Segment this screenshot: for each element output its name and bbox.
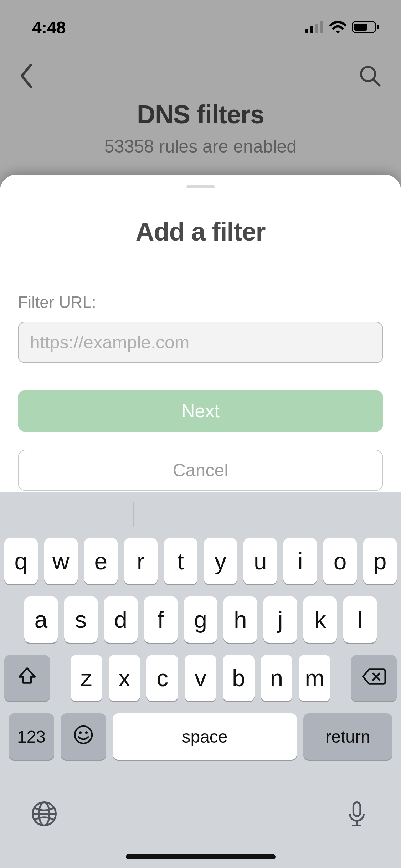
key-c[interactable]: c [146, 655, 178, 701]
backspace-icon [362, 665, 386, 692]
globe-icon[interactable] [30, 800, 58, 829]
key-h[interactable]: h [223, 596, 257, 643]
space-key[interactable]: space [113, 713, 297, 760]
key-s[interactable]: s [64, 596, 98, 643]
shift-icon [17, 665, 37, 692]
key-v[interactable]: v [185, 655, 216, 701]
keyboard: q w e r t y u i o p a s d f g h j k l [0, 492, 401, 868]
key-n[interactable]: n [261, 655, 293, 701]
suggestion-slot[interactable] [0, 492, 134, 538]
svg-rect-17 [353, 802, 360, 816]
backspace-key[interactable] [351, 655, 397, 701]
sheet-title: Add a filter [18, 217, 383, 246]
key-a[interactable]: a [24, 596, 58, 643]
return-key[interactable]: return [303, 713, 392, 760]
shift-key[interactable] [4, 655, 50, 701]
key-i[interactable]: i [283, 538, 317, 584]
key-j[interactable]: j [263, 596, 297, 643]
key-l[interactable]: l [343, 596, 377, 643]
svg-point-12 [79, 731, 82, 734]
next-button[interactable]: Next [18, 390, 383, 432]
mic-icon[interactable] [343, 800, 371, 829]
key-row-2: a s d f g h j k l [4, 596, 397, 643]
key-k[interactable]: k [303, 596, 337, 643]
key-d[interactable]: d [104, 596, 138, 643]
key-e[interactable]: e [84, 538, 118, 584]
key-row-1: q w e r t y u i o p [4, 538, 397, 584]
suggestion-bar [0, 492, 401, 538]
svg-point-11 [75, 726, 92, 743]
key-o[interactable]: o [323, 538, 357, 584]
key-z[interactable]: z [71, 655, 102, 701]
key-q[interactable]: q [4, 538, 38, 584]
key-w[interactable]: w [44, 538, 78, 584]
key-x[interactable]: x [109, 655, 140, 701]
key-b[interactable]: b [223, 655, 255, 701]
sheet-grabber[interactable] [186, 185, 215, 188]
svg-point-13 [85, 731, 88, 734]
filter-url-input[interactable] [18, 322, 383, 363]
key-u[interactable]: u [243, 538, 277, 584]
key-g[interactable]: g [184, 596, 217, 643]
emoji-key[interactable] [61, 713, 106, 760]
numbers-key[interactable]: 123 [9, 713, 54, 760]
key-row-bottom: 123 space return [4, 713, 397, 760]
key-f[interactable]: f [144, 596, 178, 643]
suggestion-slot[interactable] [134, 492, 267, 538]
key-t[interactable]: t [164, 538, 197, 584]
suggestion-slot[interactable] [267, 492, 401, 538]
cancel-button[interactable]: Cancel [18, 450, 383, 491]
key-p[interactable]: p [363, 538, 397, 584]
filter-url-label: Filter URL: [18, 293, 383, 312]
home-indicator[interactable] [126, 854, 276, 859]
key-y[interactable]: y [204, 538, 237, 584]
key-row-3: z x c v b n m [4, 655, 397, 701]
key-r[interactable]: r [124, 538, 158, 584]
emoji-icon [73, 724, 94, 749]
key-m[interactable]: m [299, 655, 330, 701]
